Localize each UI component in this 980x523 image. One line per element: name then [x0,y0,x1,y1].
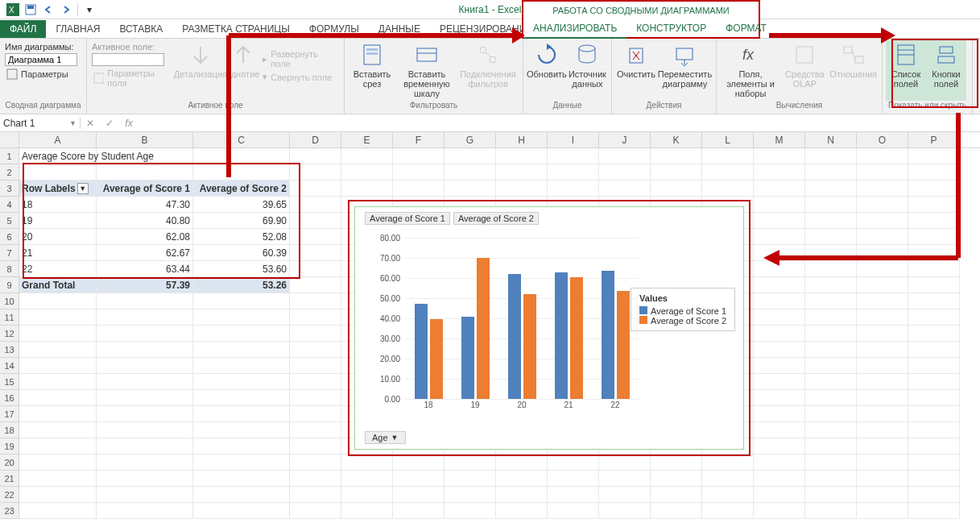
cell[interactable] [193,455,290,471]
row-header[interactable]: 15 [0,374,19,390]
cell[interactable] [548,164,599,181]
fields-sets-button[interactable]: fxПоля, элементы и наборы [720,40,781,101]
insert-timeline-button[interactable]: Вставить временную шкалу [396,40,457,101]
cell[interactable] [754,293,805,309]
cell[interactable] [754,358,805,374]
cell[interactable] [908,455,960,471]
cell[interactable] [805,487,857,503]
cell[interactable] [341,487,393,503]
cell[interactable] [805,181,857,197]
cell[interactable] [97,358,193,374]
col-header[interactable]: L [702,132,754,147]
cell[interactable] [19,326,97,342]
cell[interactable] [19,374,97,390]
cell[interactable] [19,487,97,503]
cell[interactable]: 22 [19,261,97,277]
row-header[interactable]: 21 [0,471,19,487]
cell[interactable] [193,293,290,309]
cell[interactable] [290,438,341,455]
cell[interactable] [290,422,341,438]
cell[interactable] [908,277,960,293]
cell[interactable] [754,229,805,245]
row-header[interactable]: 11 [0,309,19,326]
cell[interactable] [857,358,908,374]
cell[interactable] [97,487,193,503]
tab-formulas[interactable]: ФОРМУЛЫ [300,20,369,38]
cell[interactable] [908,164,960,181]
row-header[interactable]: 23 [0,503,19,519]
cell[interactable] [857,213,908,229]
cell[interactable] [754,406,805,422]
cell[interactable] [393,503,445,519]
cell[interactable] [496,503,548,519]
cell[interactable] [19,309,97,326]
cell[interactable] [908,406,960,422]
col-header[interactable]: J [599,132,651,147]
cell[interactable] [754,197,805,213]
cell[interactable] [19,422,97,438]
cell[interactable] [651,148,702,164]
cell[interactable] [805,148,857,164]
cell[interactable] [19,406,97,422]
cell[interactable]: 47.30 [97,197,193,213]
cell[interactable] [19,455,97,471]
cell[interactable] [908,503,960,519]
cell[interactable] [97,471,193,487]
cell[interactable] [548,181,599,197]
row-header[interactable]: 9 [0,277,19,293]
row-header[interactable]: 4 [0,197,19,213]
cell[interactable] [599,148,651,164]
cell[interactable] [193,390,290,406]
cell[interactable] [193,358,290,374]
cell[interactable] [651,181,702,197]
cell[interactable] [445,503,496,519]
cell[interactable] [651,503,702,519]
cell[interactable] [805,213,857,229]
cell[interactable] [393,471,445,487]
cell[interactable] [805,164,857,181]
tab-layout[interactable]: РАЗМЕТКА СТРАНИЦЫ [172,20,300,38]
cell[interactable] [857,342,908,358]
cell[interactable] [290,487,341,503]
cell[interactable]: 62.67 [97,245,193,261]
tab-format[interactable]: ФОРМАТ [716,19,776,39]
cell[interactable] [908,181,960,197]
drill-detail-button[interactable]: Детализация [176,40,225,101]
cell[interactable]: 40.80 [97,213,193,229]
cell[interactable] [754,487,805,503]
cell[interactable] [651,487,702,503]
active-field-input[interactable] [92,53,164,66]
cell[interactable]: 62.08 [97,229,193,245]
cell[interactable] [193,471,290,487]
cell[interactable] [651,455,702,471]
chart-axis-field-button[interactable]: Age▼ [365,431,406,444]
cell[interactable] [445,181,496,197]
cell[interactable] [548,503,599,519]
cell[interactable] [290,390,341,406]
cell[interactable] [19,358,97,374]
cell[interactable]: 53.26 [193,277,290,293]
cell[interactable]: 63.44 [97,261,193,277]
cell[interactable] [908,342,960,358]
cell[interactable] [805,422,857,438]
cell[interactable] [908,229,960,245]
cell[interactable]: 21 [19,245,97,261]
cell[interactable] [496,181,548,197]
select-all-corner[interactable] [0,132,19,147]
cell[interactable] [290,164,341,181]
row-header[interactable]: 22 [0,487,19,503]
cell[interactable] [97,164,193,181]
cell[interactable] [97,503,193,519]
row-header[interactable]: 16 [0,390,19,406]
cell[interactable] [548,148,599,164]
cell[interactable] [754,326,805,342]
chart-value-button-2[interactable]: Average of Score 2 [453,212,539,225]
col-header[interactable]: C [193,132,290,147]
cell[interactable] [908,471,960,487]
cell[interactable] [341,181,393,197]
cell[interactable] [290,213,341,229]
pivot-chart[interactable]: Average of Score 1 Average of Score 2 0.… [354,206,744,450]
cell[interactable] [599,181,651,197]
cell[interactable] [445,455,496,471]
cell[interactable] [599,471,651,487]
